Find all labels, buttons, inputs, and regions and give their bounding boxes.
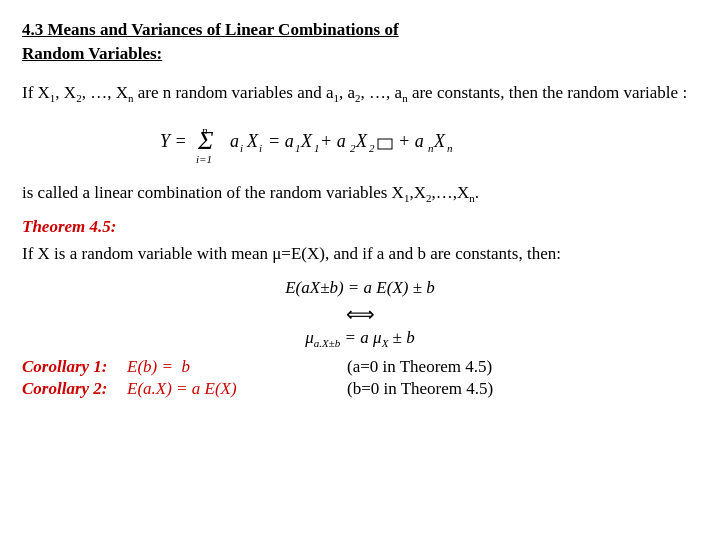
svg-text:+ a: + a — [320, 131, 346, 151]
corollary2-label: Corollary 2: — [22, 379, 127, 399]
sum-formula-svg: Y = n Σ i=1 a i X i = a 1 X 1 + a 2 X 2 … — [150, 117, 570, 167]
svg-text:1: 1 — [295, 142, 301, 154]
corollary2-formula: E(a.X) = a E(X) — [127, 379, 347, 399]
implies-symbol: ⟺ — [22, 302, 698, 326]
svg-text:X: X — [433, 131, 446, 151]
svg-rect-16 — [378, 139, 392, 149]
svg-text:1: 1 — [314, 142, 320, 154]
svg-text:n: n — [447, 142, 453, 154]
svg-text:X: X — [355, 131, 368, 151]
theorem-label: Theorem 4.5: — [22, 217, 698, 237]
svg-text:i: i — [240, 142, 243, 154]
intro-paragraph: If X1, X2, …, Xn are n random variables … — [22, 80, 698, 107]
theorem-text: If X is a random variable with mean μ=E(… — [22, 241, 698, 267]
svg-text:X: X — [300, 131, 313, 151]
section-title: 4.3 Means and Variances of Linear Combin… — [22, 18, 698, 66]
formula-sum: Y = n Σ i=1 a i X i = a 1 X 1 + a 2 X 2 … — [22, 117, 698, 172]
title-line1: 4.3 Means and Variances of Linear Combin… — [22, 20, 399, 39]
corollary1-label: Corollary 1: — [22, 357, 127, 377]
svg-text:2: 2 — [369, 142, 375, 154]
corollary1-formula: E(b) = b — [127, 357, 347, 377]
svg-text:Σ: Σ — [197, 126, 214, 155]
mu-formula: μa.X±b = a μX ± b — [22, 328, 698, 349]
corollary1-row: Corollary 1: E(b) = b (a=0 in Theorem 4.… — [22, 357, 698, 377]
svg-text:i=1: i=1 — [196, 153, 212, 165]
title-line2: Random Variables: — [22, 44, 162, 63]
corollary2-note: (b=0 in Theorem 4.5) — [347, 379, 493, 399]
svg-text:Y =: Y = — [160, 131, 187, 151]
expectation-formula: E(aX±b) = a E(X) ± b — [22, 278, 698, 298]
corollary1-note: (a=0 in Theorem 4.5) — [347, 357, 492, 377]
svg-text:= a: = a — [268, 131, 294, 151]
svg-text:i: i — [259, 142, 262, 154]
linear-combination-text: is called a linear combination of the ra… — [22, 180, 698, 207]
svg-text:a: a — [230, 131, 239, 151]
corollary2-row: Corollary 2: E(a.X) = a E(X) (b=0 in The… — [22, 379, 698, 399]
svg-text:X: X — [246, 131, 259, 151]
svg-text:+ a: + a — [398, 131, 424, 151]
